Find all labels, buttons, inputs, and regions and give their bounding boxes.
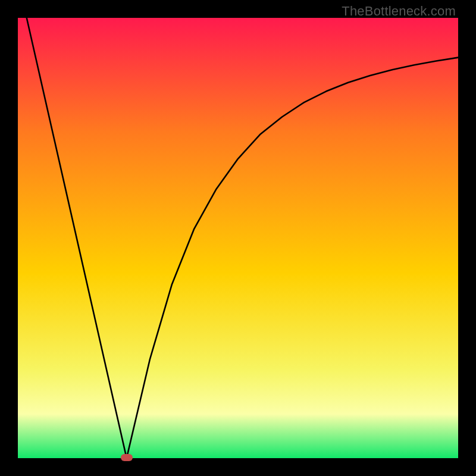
plot-area xyxy=(18,18,458,458)
watermark-text: TheBottleneck.com xyxy=(342,4,456,19)
optimal-point-marker xyxy=(121,454,133,461)
chart-frame: TheBottleneck.com xyxy=(0,0,476,476)
bottleneck-curve xyxy=(18,18,458,458)
